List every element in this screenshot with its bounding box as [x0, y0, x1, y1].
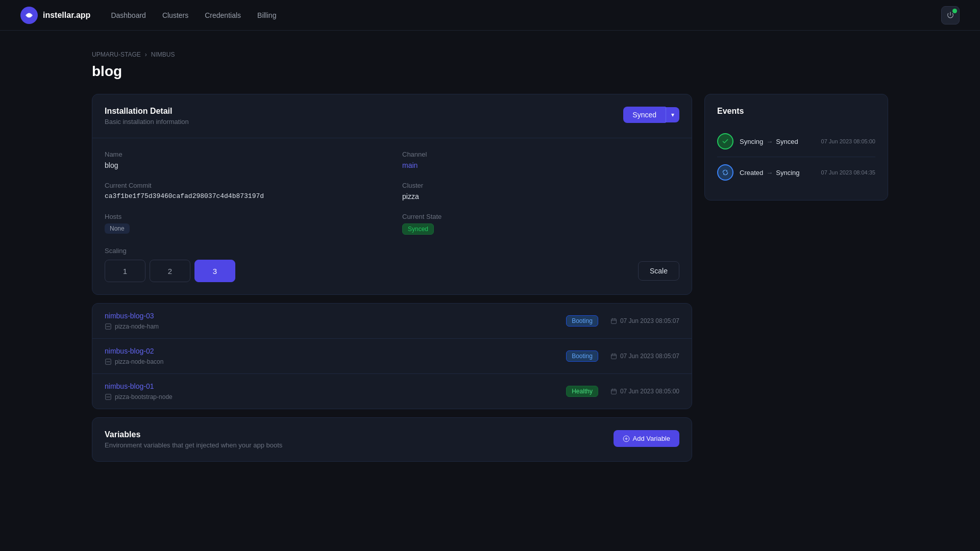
- svg-rect-11: [611, 354, 617, 359]
- nav-credentials[interactable]: Credentials: [205, 11, 241, 19]
- state-badge: Synced: [402, 223, 434, 235]
- event-info-0: Syncing → Synced: [740, 138, 815, 145]
- commit-label: Current Commit: [105, 182, 382, 189]
- navbar: instellar.app Dashboard Clusters Credent…: [0, 0, 980, 31]
- instance-right-01: Healthy 07 Jun 2023 08:05:00: [566, 386, 679, 397]
- logo-icon: [20, 7, 38, 24]
- scaling-section: Scaling 1 2 3 Scale: [105, 247, 679, 282]
- nav-billing[interactable]: Billing: [257, 11, 276, 19]
- nav-clusters[interactable]: Clusters: [162, 11, 188, 19]
- date-text-02: 07 Jun 2023 08:05:07: [620, 353, 679, 360]
- nav-right: [941, 6, 960, 24]
- online-indicator: [952, 9, 957, 13]
- sync-icon: [722, 169, 729, 176]
- breadcrumb-child[interactable]: NIMBUS: [151, 51, 175, 58]
- calendar-icon-01: [610, 388, 617, 395]
- right-column: Events Syncing → Synced: [704, 94, 888, 462]
- node-name-03: pizza-node-ham: [115, 323, 159, 330]
- svg-point-1: [27, 13, 31, 17]
- variables-subtitle: Environment variables that get injected …: [105, 441, 282, 449]
- scale-button[interactable]: Scale: [638, 261, 679, 281]
- hosts-label: Hosts: [105, 213, 382, 220]
- instance-name-01[interactable]: nimbus-blog-01: [105, 382, 173, 390]
- events-card: Events Syncing → Synced: [704, 94, 888, 201]
- power-button[interactable]: [941, 6, 960, 24]
- channel-value[interactable]: main: [402, 161, 679, 169]
- events-title: Events: [717, 107, 875, 116]
- commit-field: Current Commit ca3f1be1f75d39460cafad298…: [105, 182, 382, 201]
- event-states-0: Syncing → Synced: [740, 138, 815, 145]
- plus-icon: [623, 435, 630, 442]
- variables-header: Variables Environment variables that get…: [105, 430, 679, 449]
- event-to-0: Synced: [776, 138, 798, 145]
- logo-text: instellar.app: [43, 11, 90, 20]
- event-arrow-0: →: [766, 138, 773, 145]
- instance-left-03: nimbus-blog-03 pizza-node-ham: [105, 312, 159, 330]
- add-variable-label: Add Variable: [633, 435, 670, 442]
- logo-area[interactable]: instellar.app: [20, 7, 90, 24]
- synced-btn-group: Synced ▾: [623, 107, 679, 123]
- add-variable-button[interactable]: Add Variable: [614, 430, 679, 447]
- card-title: Installation Detail: [105, 107, 189, 116]
- breadcrumb-parent[interactable]: UPMARU-STAGE: [92, 51, 141, 58]
- scale-option-1[interactable]: 1: [105, 260, 145, 282]
- instance-date-03: 07 Jun 2023 08:05:07: [610, 317, 679, 324]
- nav-dashboard[interactable]: Dashboard: [111, 11, 146, 19]
- event-arrow-1: →: [766, 169, 773, 177]
- instance-date-01: 07 Jun 2023 08:05:00: [610, 388, 679, 395]
- detail-grid: Name blog Channel main Current Commit ca…: [105, 151, 679, 235]
- card-header: Installation Detail Basic installation i…: [105, 107, 679, 126]
- svg-point-4: [108, 326, 109, 327]
- channel-field: Channel main: [402, 151, 679, 169]
- instance-status-03: Booting: [566, 315, 598, 327]
- instance-status-02: Booting: [566, 350, 598, 362]
- instance-name-02[interactable]: nimbus-blog-02: [105, 347, 163, 355]
- svg-point-3: [107, 326, 108, 327]
- event-time-1: 07 Jun 2023 08:04:35: [821, 169, 875, 176]
- scale-option-3[interactable]: 3: [194, 260, 235, 282]
- instance-status-01: Healthy: [566, 386, 598, 397]
- svg-rect-16: [611, 389, 617, 394]
- scale-option-2[interactable]: 2: [150, 260, 190, 282]
- detail-divider: [92, 138, 692, 138]
- page-title: blog: [92, 63, 888, 80]
- installation-detail-card: Installation Detail Basic installation i…: [92, 94, 692, 295]
- cluster-value: pizza: [402, 192, 679, 201]
- cluster-label: Cluster: [402, 182, 679, 189]
- instance-row-01: nimbus-blog-01 pizza-bootstrap-node: [92, 374, 692, 409]
- node-icon-01: [105, 393, 112, 400]
- commit-value: ca3f1be1f75d39460cafad298037c4d4b873197d: [105, 192, 382, 200]
- calendar-icon-02: [610, 353, 617, 360]
- variables-card: Variables Environment variables that get…: [92, 417, 692, 462]
- event-to-1: Syncing: [776, 169, 799, 177]
- name-label: Name: [105, 151, 382, 158]
- instance-date-02: 07 Jun 2023 08:05:07: [610, 353, 679, 360]
- instance-row-03: nimbus-blog-03 pizza-node-ham: [92, 304, 692, 339]
- instance-right-03: Booting 07 Jun 2023 08:05:07: [566, 315, 679, 327]
- card-subtitle: Basic installation information: [105, 118, 189, 126]
- synced-chevron-button[interactable]: ▾: [666, 107, 679, 122]
- synced-button[interactable]: Synced: [623, 107, 666, 123]
- instance-name-03[interactable]: nimbus-blog-03: [105, 312, 159, 320]
- instance-right-02: Booting 07 Jun 2023 08:05:07: [566, 350, 679, 362]
- instance-left-02: nimbus-blog-02 pizza-node-bacon: [105, 347, 163, 365]
- svg-point-10: [109, 361, 110, 362]
- instances-card: nimbus-blog-03 pizza-node-ham: [92, 303, 692, 409]
- svg-point-14: [108, 396, 109, 397]
- event-icon-1: [717, 164, 733, 181]
- event-icon-0: [717, 133, 733, 149]
- scaling-row: 1 2 3 Scale: [105, 260, 679, 282]
- name-field: Name blog: [105, 151, 382, 169]
- hosts-field: Hosts None: [105, 213, 382, 235]
- hosts-badge: None: [105, 223, 130, 234]
- state-label: Current State: [402, 213, 679, 220]
- card-header-text: Installation Detail Basic installation i…: [105, 107, 189, 126]
- node-icon-02: [105, 358, 112, 365]
- instance-left-01: nimbus-blog-01 pizza-bootstrap-node: [105, 382, 173, 400]
- breadcrumb-separator: ›: [145, 51, 147, 58]
- event-row-1: Created → Syncing 07 Jun 2023 08:04:35: [717, 157, 875, 188]
- channel-label: Channel: [402, 151, 679, 158]
- svg-point-5: [109, 326, 110, 327]
- event-info-1: Created → Syncing: [740, 169, 815, 177]
- svg-point-8: [107, 361, 108, 362]
